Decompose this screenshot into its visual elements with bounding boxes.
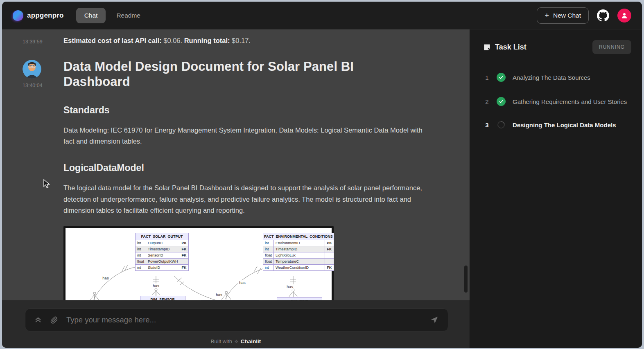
er-canvas: FACT_SOLAR_OUTPUTintOutputIDPKintTimesta… [66, 228, 332, 300]
task-list-icon [483, 43, 491, 51]
github-icon[interactable] [597, 9, 609, 22]
navbar-right: + New Chat [537, 7, 631, 24]
er-table-dim_sensor: DIM_SENSORintSensorIDPKstringSensorTypes… [140, 296, 185, 300]
built-with-text: Built with [211, 338, 232, 344]
cost-label-1: Estimated cost of last API call: [63, 37, 162, 44]
er-relationship-label: has [215, 292, 223, 297]
task-running-spinner-icon [496, 119, 506, 130]
task-label: Analyzing The Data Sources [513, 74, 590, 81]
composer-area: Built with❖Chainlit [2, 300, 470, 348]
chat-scrollbar-thumb[interactable] [464, 266, 468, 293]
task-item: 1Analyzing The Data Sources [470, 73, 642, 82]
message-input[interactable] [66, 315, 422, 324]
er-relationship-label: has [238, 280, 246, 284]
er-diagram-image[interactable]: FACT_SOLAR_OUTPUTintOutputIDPKintTimesta… [63, 226, 334, 300]
cost-value-2: $0.17. [230, 37, 250, 44]
cost-line: Estimated cost of last API call: $0.06. … [63, 37, 432, 45]
attachment-paperclip-icon[interactable] [50, 315, 58, 324]
er-table-fact_environmental_conditions: FACT_ENVIRONMENTAL_CONDITIONSintEnvironm… [263, 233, 334, 271]
new-chat-label: New Chat [553, 12, 581, 19]
plus-icon: + [545, 13, 549, 18]
logical-data-model-heading: LogicalDataModel [63, 162, 432, 173]
task-list-title: Task List [495, 43, 526, 52]
er-relationship-label: has [152, 283, 160, 288]
task-label: Gathering Requirements and User Stories [513, 98, 627, 105]
message-composer [25, 308, 448, 331]
app-window: appgenpro Chat Readme + New Chat [2, 2, 642, 348]
user-avatar-button[interactable] [617, 9, 631, 23]
collapse-chevrons-icon[interactable] [34, 316, 42, 324]
standards-paragraph: Data Modeling: IEC 61970 for Energy Mana… [63, 125, 432, 147]
person-icon [621, 12, 628, 19]
task-list-header: Task List RUNNING [470, 29, 642, 54]
message-cost: 13:39:59 Estimated cost of last API call… [2, 37, 470, 45]
task-item: 2Gathering Requirements and User Stories [470, 97, 642, 106]
chat-area: 13:39:59 Estimated cost of last API call… [2, 29, 470, 348]
task-number: 2 [484, 98, 490, 105]
assistant-avatar [23, 60, 41, 79]
chat-scroll-region: 13:39:59 Estimated cost of last API call… [2, 29, 470, 300]
chainlit-logo-icon: ❖ [234, 339, 239, 344]
task-list-status-badge: RUNNING [592, 40, 631, 54]
er-table-dim_time: DIM_TIMEintTimestampIDPKdateDatetimeTime [277, 297, 322, 300]
logical-data-model-paragraph: The logical data model for the Solar Pan… [63, 182, 432, 216]
er-relationship-label: has [286, 284, 294, 288]
built-with-chainlit-link[interactable]: Built with❖Chainlit [2, 338, 470, 344]
task-label: Designing The Logical Data Models [513, 122, 616, 128]
task-number: 3 [484, 122, 490, 128]
chainlit-brand: Chainlit [241, 338, 261, 344]
navbar: appgenpro Chat Readme + New Chat [2, 2, 642, 29]
task-done-check-icon [497, 97, 506, 106]
tab-chat[interactable]: Chat [76, 8, 106, 23]
new-chat-button[interactable]: + New Chat [537, 7, 589, 24]
task-item: 3Designing The Logical Data Models [470, 121, 642, 128]
message-timestamp: 13:39:59 [23, 39, 43, 45]
send-icon[interactable] [430, 315, 439, 324]
standards-heading: Standards [63, 105, 432, 116]
message-timestamp: 13:40:04 [23, 83, 63, 88]
brand-name: appgenpro [27, 11, 64, 20]
er-relationship-label: has [102, 275, 109, 280]
er-table-fact_solar_output: FACT_SOLAR_OUTPUTintOutputIDPKintTimesta… [135, 233, 189, 271]
cost-label-2: Running total: [184, 37, 230, 44]
task-number: 1 [484, 74, 490, 81]
task-done-check-icon [497, 73, 506, 82]
message-document: 13:40:04 Data Model Design Document for … [2, 59, 470, 300]
task-list-panel: Task List RUNNING 1Analyzing The Data So… [470, 29, 642, 348]
appgenpro-logo-icon [13, 10, 23, 21]
tab-readme[interactable]: Readme [108, 8, 149, 23]
task-list-items: 1Analyzing The Data Sources2Gathering Re… [470, 73, 642, 128]
document-title: Data Model Design Document for Solar Pan… [63, 59, 416, 89]
brand: appgenpro [13, 10, 64, 21]
cost-value-1: $0.06. [162, 37, 184, 44]
nav-tabs: Chat Readme [76, 8, 149, 23]
